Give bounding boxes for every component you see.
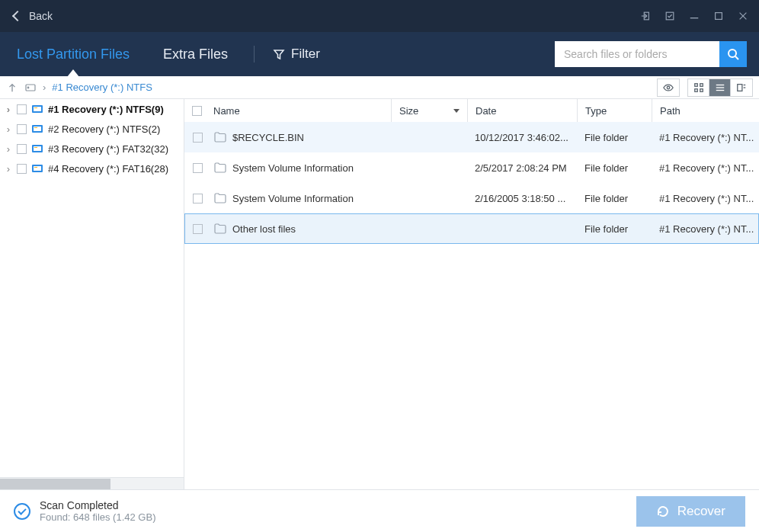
topbar: Lost Partition Files Extra Files Filter [0,32,759,76]
view-list-button[interactable] [709,79,731,96]
svg-rect-11 [694,83,697,86]
row-path: #1 Recovery (*:) NT... [652,132,758,143]
preview-toggle[interactable] [657,79,680,97]
recover-icon [656,505,670,518]
drive-icon [31,162,43,175]
sidebar-item-recovery-4[interactable]: ›#4 Recovery (*:) FAT16(28) [0,159,184,178]
expand-icon[interactable]: › [5,105,12,113]
row-path: #1 Recovery (*:) NT... [652,223,758,235]
scrollbar-thumb[interactable] [0,479,110,489]
row-checkbox[interactable] [193,133,203,143]
header-name[interactable]: Name [206,99,392,122]
row-type: File folder [577,223,652,235]
view-grid-button[interactable] [688,79,709,96]
svg-point-9 [27,87,29,88]
row-name: System Volume Information [232,162,354,174]
header-checkbox[interactable] [184,99,206,122]
svg-point-10 [667,86,670,89]
maximize-button[interactable] [709,6,729,26]
table-row[interactable]: System Volume Information2/16/2005 3:18:… [184,183,759,213]
expand-icon[interactable]: › [5,145,12,152]
svg-rect-31 [34,166,41,171]
tree-checkbox[interactable] [17,164,27,174]
row-date: 2/5/2017 2:08:24 PM [467,162,577,174]
svg-rect-28 [34,146,41,151]
row-type: File folder [577,162,652,174]
tab-lost-partition[interactable]: Lost Partition Files [0,32,146,76]
svg-rect-29 [34,147,37,148]
view-detail-button[interactable] [731,79,752,96]
svg-rect-1 [666,12,674,20]
svg-rect-22 [34,107,41,111]
recover-label: Recover [677,504,725,519]
tree-checkbox[interactable] [17,144,27,154]
tree-checkbox[interactable] [17,124,27,134]
header-path[interactable]: Path [652,99,759,122]
drive-icon [31,103,43,115]
row-checkbox[interactable] [193,163,203,173]
search-icon [727,48,739,60]
back-button[interactable]: Back [6,10,60,22]
status-line1: Scan Completed [40,499,155,511]
header-date[interactable]: Date [468,99,578,122]
sidebar-item-recovery-3[interactable]: ›#3 Recovery (*:) FAT32(32) [0,139,184,159]
expand-icon[interactable]: › [5,165,12,172]
sidebar-item-recovery-2[interactable]: ›#2 Recovery (*:) NTFS(2) [0,119,184,139]
header-type[interactable]: Type [578,99,652,122]
folder-icon [214,193,226,204]
folder-icon [214,223,226,234]
svg-rect-13 [694,88,697,91]
table-row[interactable]: System Volume Information2/5/2017 2:08:2… [184,152,759,183]
tab-extra-files[interactable]: Extra Files [146,32,245,76]
footer: Scan Completed Found: 648 files (1.42 GB… [0,489,759,532]
table-row[interactable]: Other lost filesFile folder#1 Recovery (… [184,213,759,244]
svg-rect-25 [34,127,41,131]
breadcrumb-bar: › #1 Recovery (*:) NTFS [0,76,759,99]
row-name: $RECYCLE.BIN [232,132,304,143]
search-input[interactable] [555,41,719,67]
header-size[interactable]: Size [392,99,468,122]
search-button[interactable] [719,41,747,67]
table-row[interactable]: $RECYCLE.BIN10/12/2017 3:46:02...File fo… [184,122,759,152]
row-date: 10/12/2017 3:46:02... [467,132,577,143]
minimize-button[interactable] [684,6,704,26]
sidebar-hscrollbar[interactable] [0,477,184,489]
status-complete-icon [14,503,30,520]
recover-button[interactable]: Recover [636,496,745,527]
back-label: Back [29,10,53,22]
tree-item-label: #1 Recovery (*:) NTFS(9) [48,104,164,115]
sidebar-item-recovery-1[interactable]: ›#1 Recovery (*:) NTFS(9) [0,99,184,119]
tab-extra-files-label: Extra Files [163,46,228,62]
row-path: #1 Recovery (*:) NT... [652,193,758,204]
back-arrow-icon [12,11,23,21]
separator [254,46,255,62]
filter-icon [273,48,285,60]
svg-rect-23 [34,107,37,108]
filter-button[interactable]: Filter [264,46,329,62]
tab-lost-partition-label: Lost Partition Files [17,46,130,62]
drive-icon [31,123,43,135]
up-arrow-icon[interactable] [6,82,18,94]
row-checkbox[interactable] [193,194,203,204]
feedback-icon[interactable] [660,6,680,26]
content: ›#1 Recovery (*:) NTFS(9)›#2 Recovery (*… [0,99,759,489]
row-checkbox[interactable] [193,224,203,234]
sort-desc-icon [453,109,460,113]
svg-point-6 [729,50,736,57]
breadcrumb-separator: › [43,82,46,93]
grid-icon [693,82,704,93]
tree-checkbox[interactable] [17,104,27,114]
svg-rect-12 [700,83,703,86]
eye-icon [663,82,674,93]
tree-item-label: #3 Recovery (*:) FAT32(32) [48,143,168,155]
close-button[interactable] [733,6,753,26]
sign-in-icon[interactable] [636,6,655,26]
row-path: #1 Recovery (*:) NT... [652,162,758,174]
file-table: Name Size Date Type Path $RECYCLE.BIN10/… [184,99,759,489]
svg-rect-18 [738,84,742,91]
row-date: 2/16/2005 3:18:50 ... [467,193,577,204]
svg-line-7 [735,56,738,59]
expand-icon[interactable]: › [5,125,12,133]
drive-root-icon[interactable] [24,82,37,94]
breadcrumb-path[interactable]: #1 Recovery (*:) NTFS [52,82,152,93]
